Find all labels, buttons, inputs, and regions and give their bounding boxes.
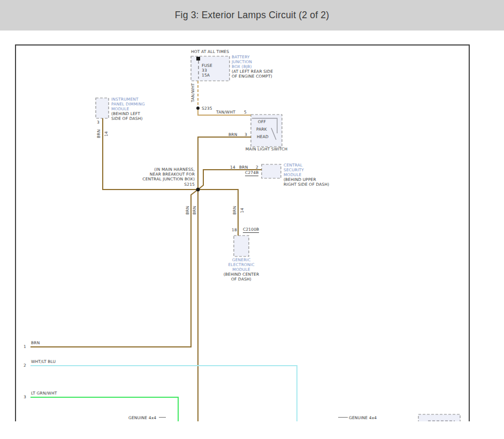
fuse-contact: [196, 57, 200, 60]
s215-note-line: NEAR BREAKOUT FOR: [107, 172, 195, 177]
csm-location-line: RIGHT SIDE OF DASH): [284, 183, 329, 187]
connector-c2100b: C2100B: [243, 228, 259, 233]
title-banner: Fig 3: Exterior Lamps Circuit (2 of 2): [0, 0, 504, 31]
switch-position-off: OFF: [258, 120, 266, 124]
bottom-wire-1-label: BRN: [31, 341, 40, 345]
bottom-right-partial-box: [418, 414, 460, 421]
csm-name-line: CENTRAL: [284, 163, 302, 168]
gem-name-line: GENERIC: [220, 258, 263, 262]
dimming-module-box: [96, 98, 109, 118]
connector-c274b: C274B: [245, 171, 258, 176]
generic-electronic-module-box: [234, 236, 249, 256]
wire-label-brn-dimming: BRN: [97, 130, 101, 138]
bjb-location-line: OF ENGINE COMPT): [232, 74, 272, 79]
dimming-pin-3: 3: [97, 120, 100, 125]
bottom-wire-2-pin: 2: [24, 364, 26, 368]
csm-name-line: MODULE: [284, 173, 301, 177]
gem-name-line: ELECTRONIC: [220, 263, 263, 267]
dimming-name-line: MODULE: [111, 107, 129, 111]
bottom-wire-1-pin: 1: [24, 345, 26, 349]
bjb-name-line: JUNCTION: [232, 60, 252, 64]
ref-line: [159, 417, 166, 418]
dimming-location-line: SIDE OF DASH): [111, 117, 143, 121]
gem-pin-18: 18: [232, 228, 237, 232]
csm-name-line: SECURITY: [284, 168, 304, 172]
wire-brn-bottom-1: [30, 190, 198, 347]
dimming-name-line: INSTRUMENT: [111, 97, 139, 102]
dimming-name-line: PANEL DIMMING: [111, 102, 145, 107]
csm-location-line: (BEHIND UPPER: [284, 178, 316, 182]
bottom-wire-3-label: LT GRN/WHT: [31, 391, 57, 396]
bjb-name-line: BATTERY: [232, 55, 250, 59]
splice-s215-dot: [196, 188, 200, 192]
wire-label-brn-csm: BRN: [239, 165, 248, 170]
bottom-wire-2-label: WHT/LT BLU: [31, 360, 56, 364]
fuse-number: 33: [202, 69, 207, 73]
wire-label-brn-s215-right: BRN: [193, 206, 197, 215]
fuse-label: FUSE: [202, 64, 212, 68]
switch-pin-5: 5: [244, 110, 247, 115]
csm-pin-2: 2: [256, 165, 258, 170]
gem-location-line: (BEHIND CENTER: [220, 273, 263, 277]
switch-position-park: PARK: [256, 127, 267, 132]
switch-pin-3: 3: [245, 133, 247, 137]
wire-brn-switch-out: [198, 137, 251, 190]
circuit-label-14-gem: 14: [240, 208, 245, 213]
genuine-4x4-left: GENUINE 4x4: [128, 416, 166, 420]
s215-note-line: (IN MAIN HARNESS,: [107, 168, 195, 172]
fuse-rating: 15A: [202, 73, 210, 78]
splice-s215-label: S215: [107, 183, 195, 187]
page-title: Fig 3: Exterior Lamps Circuit (2 of 2): [175, 10, 330, 21]
bjb-location-line: (AT LEFT REAR SIDE: [232, 70, 273, 74]
splice-s235-label: S235: [202, 107, 212, 111]
circuit-label-14-dimming: 14: [104, 131, 109, 137]
gem-location-line: OF DASH): [220, 277, 263, 282]
main-light-switch-label: MAIN LIGHT SWITCH: [234, 147, 299, 152]
wire-label-brn-s215-left: BRN: [186, 206, 190, 215]
diagram-canvas: HOT AT ALL TIMES FUSE 33 15A BATTERY JUN…: [15, 44, 470, 421]
wire-label-tan-wht-vertical: TAN/WHT: [191, 83, 195, 102]
bjb-name-line: BOX (BJB): [232, 65, 252, 69]
wiring-svg: [16, 46, 470, 421]
switch-position-head: HEAD: [257, 135, 269, 139]
circuit-label-14-csm: 14: [230, 165, 235, 170]
gem-name-line: MODULE: [220, 268, 263, 272]
hot-at-all-times-label: HOT AT ALL TIMES: [191, 50, 229, 54]
wire-label-brn-gem: BRN: [233, 206, 237, 215]
splice-s235-dot: [196, 107, 200, 110]
bottom-wire-3-pin: 3: [24, 395, 26, 399]
central-security-module-box: [262, 164, 281, 178]
dimming-location-line: (BEHIND LEFT: [111, 112, 140, 116]
ref-line: [338, 417, 348, 418]
s215-note-line: CENTRAL JUNCTION BOX): [107, 177, 195, 181]
wire-label-brn-switch: BRN: [228, 133, 237, 137]
wire-wht-lt-blu: [30, 366, 297, 421]
wire-label-tan-wht: TAN/WHT: [216, 110, 235, 115]
genuine-4x4-right: GENUINE 4x4: [338, 416, 377, 420]
